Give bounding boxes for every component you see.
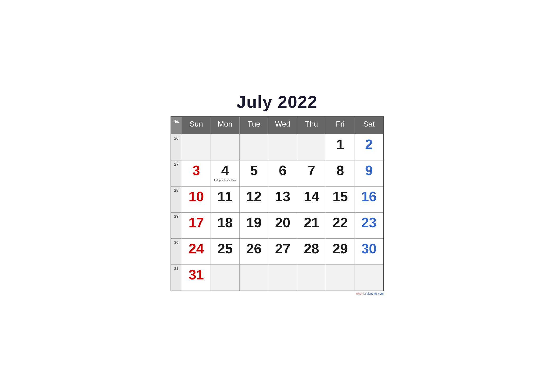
day-cell: 17 — [182, 213, 211, 239]
day-cell: 7 — [297, 161, 326, 187]
header-mon: Mon — [211, 117, 239, 134]
day-number: 20 — [269, 215, 296, 230]
header-sun: Sun — [182, 117, 211, 134]
day-cell: 3 — [182, 161, 211, 187]
day-cell: 1 — [326, 134, 354, 161]
day-number: 21 — [298, 215, 325, 230]
day-cell: 26 — [239, 239, 268, 265]
week-number-26: 26 — [171, 134, 182, 161]
day-number: 28 — [298, 241, 325, 256]
day-number: 15 — [327, 189, 353, 204]
day-cell — [211, 134, 239, 161]
day-number: 14 — [298, 189, 325, 204]
week-row-27: 2734Independence Day56789 — [171, 161, 383, 187]
calendar-body: 26122734Independence Day5678928101112131… — [171, 134, 383, 291]
day-cell: 31 — [182, 265, 211, 291]
day-cell — [268, 265, 297, 291]
day-cell — [268, 134, 297, 161]
day-number: 17 — [183, 215, 209, 230]
day-number: 22 — [327, 215, 353, 230]
day-cell: 23 — [354, 213, 383, 239]
day-number: 25 — [212, 241, 238, 256]
week-number-29: 29 — [171, 213, 182, 239]
week-number-27: 27 — [171, 161, 182, 187]
day-cell — [326, 265, 354, 291]
day-cell — [211, 265, 239, 291]
week-number-31: 31 — [171, 265, 182, 291]
day-cell: 12 — [239, 187, 268, 213]
day-cell: 9 — [354, 161, 383, 187]
week-number-28: 28 — [171, 187, 182, 213]
watermark-when: when — [356, 292, 363, 295]
day-number: 27 — [269, 241, 296, 256]
day-cell: 29 — [326, 239, 354, 265]
day-cell: 15 — [326, 187, 354, 213]
week-number-30: 30 — [171, 239, 182, 265]
day-cell: 21 — [297, 213, 326, 239]
day-number: 29 — [327, 241, 353, 256]
day-cell: 27 — [268, 239, 297, 265]
header-sat: Sat — [354, 117, 383, 134]
day-cell: 6 — [268, 161, 297, 187]
day-cell: 28 — [297, 239, 326, 265]
day-cell: 5 — [239, 161, 268, 187]
header-wed: Wed — [268, 117, 297, 134]
header-thu: Thu — [297, 117, 326, 134]
day-number: 16 — [356, 189, 382, 204]
day-number: 18 — [212, 215, 238, 230]
day-number: 9 — [356, 162, 382, 178]
week-row-26: 2612 — [171, 134, 383, 161]
day-cell: 16 — [354, 187, 383, 213]
day-cell: 10 — [182, 187, 211, 213]
day-number: 31 — [183, 267, 209, 282]
calendar-table: No. Sun Mon Tue Wed Thu Fri Sat 26122734… — [171, 116, 384, 291]
watermark-calendars: calendars — [365, 292, 377, 295]
day-number: 7 — [298, 162, 325, 178]
day-cell — [182, 134, 211, 161]
day-cell: 11 — [211, 187, 239, 213]
day-cell: 25 — [211, 239, 239, 265]
day-cell — [297, 265, 326, 291]
header-row: No. Sun Mon Tue Wed Thu Fri Sat — [171, 117, 383, 134]
day-cell: 30 — [354, 239, 383, 265]
header-no: No. — [171, 117, 182, 134]
day-number: 23 — [356, 215, 382, 230]
day-number: 6 — [269, 162, 296, 178]
day-number: 5 — [241, 162, 267, 178]
day-cell — [239, 265, 268, 291]
day-number: 2 — [356, 136, 382, 152]
watermark-link[interactable]: wheniscalendars.com — [356, 292, 383, 295]
day-number: 3 — [183, 162, 209, 178]
day-number: 11 — [212, 189, 238, 204]
day-number: 26 — [241, 241, 267, 256]
day-cell: 24 — [182, 239, 211, 265]
day-number: 30 — [356, 241, 382, 256]
day-cell: 20 — [268, 213, 297, 239]
watermark-com: com — [378, 292, 384, 295]
day-number: 19 — [241, 215, 267, 230]
holiday-label: Independence Day — [212, 179, 238, 182]
day-cell: 22 — [326, 213, 354, 239]
day-cell — [239, 134, 268, 161]
calendar-container: July 2022 No. Sun Mon Tue Wed Thu Fri Sa… — [163, 87, 391, 305]
day-cell: 18 — [211, 213, 239, 239]
watermark: wheniscalendars.com — [171, 292, 384, 295]
day-number: 1 — [327, 136, 353, 152]
day-cell: 14 — [297, 187, 326, 213]
calendar-title: July 2022 — [171, 92, 384, 112]
day-number: 8 — [327, 162, 353, 178]
day-cell: 4Independence Day — [211, 161, 239, 187]
day-number: 24 — [183, 241, 209, 256]
day-cell: 2 — [354, 134, 383, 161]
day-number: 4 — [212, 162, 238, 178]
week-row-31: 3131 — [171, 265, 383, 291]
week-row-30: 3024252627282930 — [171, 239, 383, 265]
day-cell — [297, 134, 326, 161]
header-tue: Tue — [239, 117, 268, 134]
day-number: 13 — [269, 189, 296, 204]
day-cell: 8 — [326, 161, 354, 187]
day-cell: 19 — [239, 213, 268, 239]
header-fri: Fri — [326, 117, 354, 134]
day-number: 10 — [183, 189, 209, 204]
day-number: 12 — [241, 189, 267, 204]
